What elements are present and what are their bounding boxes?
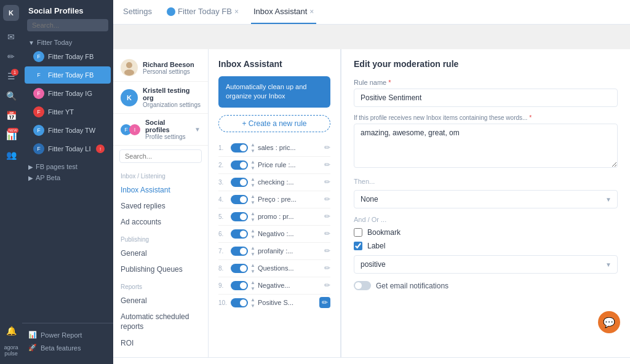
nav-publishing-queues[interactable]: Publishing Queues: [113, 261, 208, 277]
then-select[interactable]: None Bookmark Label Delete: [354, 190, 618, 208]
rule-edit-button[interactable]: ✏: [324, 247, 330, 255]
power-report-item[interactable]: 📊 Power Report: [28, 328, 107, 341]
create-rule-button[interactable]: + Create a new rule: [218, 115, 330, 132]
rule-num: 8.: [218, 265, 228, 272]
rule-arrows[interactable]: ▲▼: [250, 228, 255, 240]
chevron-right-icon: ▶: [28, 164, 33, 170]
rule-edit-button[interactable]: ✏: [324, 143, 330, 152]
nav-ad-accounts[interactable]: Ad accounts: [113, 214, 208, 230]
email-notif-toggle[interactable]: [354, 281, 371, 290]
notifications-icon[interactable]: 🔔: [2, 322, 20, 339]
rule-edit-button[interactable]: ✏: [324, 229, 330, 238]
mentions-icon[interactable]: ☰ 1: [2, 68, 20, 85]
rule-toggle[interactable]: [231, 281, 248, 290]
calendar-icon[interactable]: 📅: [2, 107, 20, 124]
rule-toggle[interactable]: [231, 264, 248, 273]
rule-name-label: Rule name *: [354, 79, 618, 86]
label-select[interactable]: positive negative neutral: [354, 255, 618, 274]
rule-edit-button[interactable]: ✏: [324, 264, 330, 272]
sidebar-item-label: Fitter Today LI: [48, 145, 91, 152]
compose-icon[interactable]: ✏: [2, 48, 20, 65]
rule-num: 7.: [218, 248, 228, 255]
bookmark-checkbox[interactable]: [354, 228, 362, 237]
analytics-icon[interactable]: 📊 NEW: [2, 127, 20, 144]
rule-edit-button[interactable]: ✏: [324, 178, 330, 186]
inbox-panel-title: Inbox Assistant: [218, 59, 330, 69]
rule-toggle[interactable]: [231, 195, 248, 204]
profile-avatar: F: [33, 51, 44, 62]
beta-features-item[interactable]: 🚀 Beta features: [28, 341, 107, 354]
rule-toggle[interactable]: [231, 247, 248, 256]
rule-arrows[interactable]: ▲▼: [250, 297, 255, 309]
rule-edit-button[interactable]: ✏: [324, 195, 330, 204]
sidebar-group-ap-beta[interactable]: ▶ AP Beta: [22, 172, 113, 183]
user-avatar[interactable]: K: [3, 5, 19, 21]
rule-item-3: 3. ▲▼ checking :... ✏: [218, 174, 330, 191]
section-label-inbox: Inbox / Listening: [113, 167, 208, 182]
nav-inbox-assistant[interactable]: Inbox Assistant: [113, 182, 208, 198]
profile-item-kristell[interactable]: K Kristell testing org Organization sett…: [113, 82, 208, 114]
sidebar-item-fitter-today-li[interactable]: F Fitter Today LI !: [25, 140, 111, 157]
rule-arrows[interactable]: ▲▼: [250, 263, 255, 274]
chat-fab[interactable]: 💬: [598, 311, 620, 333]
rule-arrows[interactable]: ▲▼: [250, 176, 255, 188]
rule-toggle[interactable]: [231, 229, 248, 239]
rule-toggle[interactable]: [231, 178, 248, 187]
words-label: If this profile receives new Inbox items…: [354, 114, 618, 121]
rule-arrows[interactable]: ▲▼: [250, 142, 255, 154]
tab-settings[interactable]: Settings: [121, 0, 154, 24]
rule-num: 10.: [218, 299, 228, 306]
rule-name: Preço : pre...: [258, 196, 322, 203]
nav-general-publishing[interactable]: General: [113, 245, 208, 261]
rule-edit-button[interactable]: ✏: [324, 212, 330, 221]
rule-edit-button-active[interactable]: ✏: [319, 297, 330, 308]
profile-item-social[interactable]: F I Social profiles Profile settings ▼: [113, 114, 208, 146]
sidebar-item-fitter-today-tw[interactable]: F Fitter Today TW: [25, 122, 111, 139]
profile-name: Richard Beeson: [143, 61, 194, 68]
power-report-label: Power Report: [41, 331, 82, 339]
tab-inbox-assistant[interactable]: Inbox Assistant ×: [251, 0, 316, 24]
rule-num: 3.: [218, 179, 228, 186]
rule-arrows[interactable]: ▲▼: [250, 245, 255, 257]
rule-item-10: 10. ▲▼ Positive S... ✏: [218, 295, 330, 311]
search-icon[interactable]: 🔍: [2, 87, 20, 105]
nav-roi[interactable]: ROI: [113, 335, 208, 351]
profile-info: Richard Beeson Personal settings: [143, 61, 194, 75]
users-icon[interactable]: 👥: [2, 146, 20, 164]
rule-toggle[interactable]: [231, 160, 248, 170]
rule-arrows[interactable]: ▲▼: [250, 159, 255, 171]
sidebar-item-fitter-today-ig[interactable]: F Fitter Today IG: [25, 85, 111, 102]
rule-arrows[interactable]: ▲▼: [250, 211, 255, 223]
error-badge: !: [96, 144, 105, 153]
rule-edit-button[interactable]: ✏: [324, 281, 330, 290]
nav-auto-reports[interactable]: Automatic scheduled reports: [113, 309, 208, 335]
words-textarea[interactable]: amazing, awesome, great, om: [354, 124, 618, 168]
rule-toggle[interactable]: [231, 143, 248, 152]
sidebar-search-input[interactable]: [27, 19, 108, 31]
tab-fitter-today-fb[interactable]: Fitter Today FB ×: [164, 0, 241, 24]
rule-name-input[interactable]: [354, 89, 618, 107]
label-checkbox[interactable]: [354, 242, 362, 250]
rule-name: Questions...: [258, 264, 322, 272]
sidebar-item-fitter-today-fb[interactable]: F Fitter Today FB: [25, 48, 111, 65]
rule-edit-button[interactable]: ✏: [324, 160, 330, 169]
sidebar-group-fb-pages[interactable]: ▶ FB pages test: [22, 160, 113, 172]
profile-item-richard[interactable]: Richard Beeson Personal settings: [113, 54, 208, 82]
settings-search-input[interactable]: [119, 149, 202, 163]
tab-close-icon[interactable]: ×: [234, 7, 239, 16]
rule-item-1: 1. ▲▼ sales : pric... ✏: [218, 140, 330, 157]
rule-arrows[interactable]: ▲▼: [250, 194, 255, 205]
nav-general-reports[interactable]: General: [113, 293, 208, 309]
inbox-icon[interactable]: ✉: [2, 28, 20, 46]
tab-close-icon[interactable]: ×: [309, 7, 314, 16]
social-avatar-2: I: [129, 124, 140, 135]
rule-toggle[interactable]: [231, 212, 248, 221]
nav-saved-replies[interactable]: Saved replies: [113, 198, 208, 214]
sidebar-item-fitter-yt[interactable]: F Fitter YT: [25, 103, 111, 121]
sidebar-group-fitter-today[interactable]: ▼ Fitter Today: [22, 36, 113, 47]
rule-arrows[interactable]: ▲▼: [250, 280, 255, 291]
left-sidebar: Social Profiles ▼ Fitter Today F Fitter …: [22, 0, 113, 364]
email-notif-row: Get email notifications: [354, 281, 618, 290]
rule-toggle[interactable]: [231, 298, 248, 307]
sidebar-item-fitter-today-fb-active[interactable]: F Fitter Today FB: [25, 66, 111, 84]
